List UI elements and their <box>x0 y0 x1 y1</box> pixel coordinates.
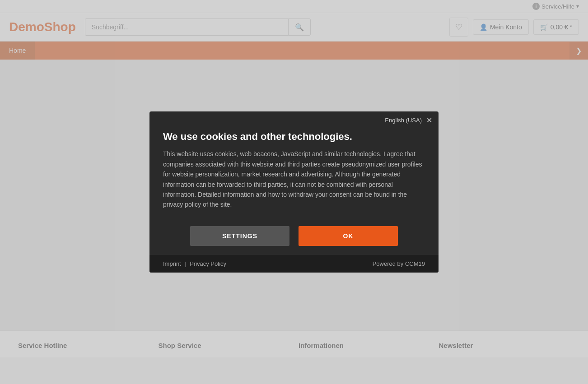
cookie-links-left: Imprint | Privacy Policy <box>163 260 226 267</box>
privacy-policy-link[interactable]: Privacy Policy <box>190 260 226 267</box>
cookie-ok-button[interactable]: OK <box>299 226 398 246</box>
settings-label: SETTINGS <box>222 232 257 240</box>
modal-close-icon[interactable]: ✕ <box>426 116 432 125</box>
cookie-modal-links: Imprint | Privacy Policy Powered by CCM1… <box>149 255 439 273</box>
cookie-modal-header: English (USA) ✕ <box>149 111 439 126</box>
imprint-link[interactable]: Imprint <box>163 260 181 267</box>
powered-by: Powered by CCM19 <box>373 260 425 267</box>
cookie-overlay: English (USA) ✕ We use cookies and other… <box>0 0 588 384</box>
separator: | <box>185 260 186 267</box>
cookie-modal-footer: SETTINGS OK <box>149 219 439 255</box>
cookie-modal-title: We use cookies and other technologies. <box>163 131 425 143</box>
cookie-modal-body: We use cookies and other technologies. T… <box>149 126 439 218</box>
cookie-settings-button[interactable]: SETTINGS <box>190 226 289 246</box>
cookie-modal-text: This website uses cookies, web beacons, … <box>163 149 425 209</box>
language-selector[interactable]: English (USA) <box>385 117 422 124</box>
main-content: English (USA) ✕ We use cookies and other… <box>0 60 588 330</box>
cookie-modal: English (USA) ✕ We use cookies and other… <box>149 111 439 272</box>
ok-label: OK <box>343 232 354 240</box>
